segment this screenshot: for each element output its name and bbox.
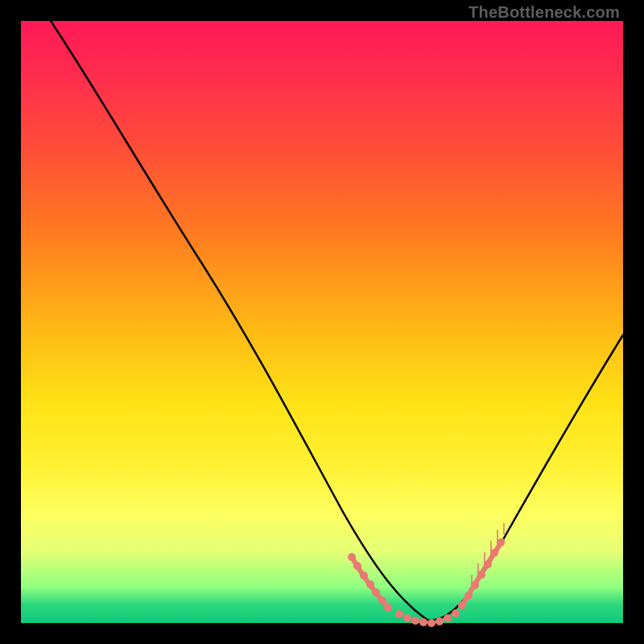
marker-dot <box>458 601 466 609</box>
marker-dot <box>411 617 419 625</box>
marker-dot <box>353 562 361 570</box>
marker-dot <box>384 604 392 612</box>
marker-dot <box>360 572 368 580</box>
marker-dot <box>378 597 386 605</box>
marker-dot <box>372 588 380 597</box>
bottleneck-curve <box>51 21 623 620</box>
watermark-label: TheBottleneck.com <box>469 3 620 22</box>
marker-dot <box>403 614 411 622</box>
marker-dot <box>427 619 436 627</box>
curve-layer <box>21 21 623 623</box>
marker-dot <box>444 614 452 622</box>
marker-dot <box>395 610 403 618</box>
chart-frame: TheBottleneck.com <box>0 0 644 644</box>
marker-dot <box>464 592 473 600</box>
marker-cluster-right <box>458 523 505 609</box>
marker-dot <box>452 609 460 617</box>
marker-dot <box>436 617 444 625</box>
marker-dot <box>419 618 427 626</box>
plot-area <box>21 21 623 623</box>
marker-dot <box>348 553 356 561</box>
marker-cluster-left <box>348 553 392 612</box>
marker-dot <box>366 580 374 588</box>
